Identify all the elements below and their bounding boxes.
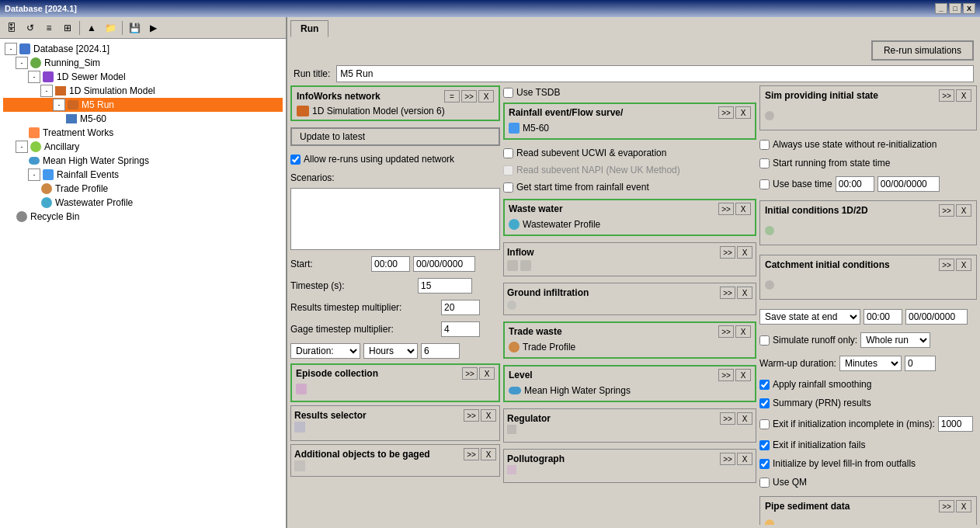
allow-reruns-checkbox[interactable] — [290, 155, 301, 165]
init-level-checkbox[interactable] — [759, 459, 770, 469]
wastewater-close-btn[interactable]: X — [735, 203, 751, 215]
tree-item-database[interactable]: - Database [2024.1] — [3, 42, 283, 56]
duration-unit-select[interactable]: Hours — [363, 343, 418, 359]
tree-item-recycle[interactable]: Recycle Bin — [3, 210, 283, 224]
regulator-nav-btn[interactable]: >> — [720, 412, 735, 425]
tree-item-wastewater[interactable]: Wastewater Profile — [3, 196, 283, 210]
scenarios-box[interactable] — [290, 188, 500, 250]
tsdb-checkbox[interactable] — [503, 88, 513, 98]
regulator-close-btn[interactable]: X — [737, 412, 752, 425]
close-btn[interactable]: X — [963, 3, 975, 14]
update-btn[interactable]: Update to latest — [290, 127, 500, 146]
trade-nav-btn[interactable]: >> — [718, 325, 734, 338]
whole-run-select[interactable]: Whole run — [860, 332, 930, 348]
level-close-btn[interactable]: X — [735, 369, 751, 381]
initial-cond-nav-btn[interactable]: >> — [939, 204, 954, 217]
save-state-select[interactable]: Save state at end — [759, 309, 860, 325]
exit-incomplete-checkbox[interactable] — [759, 419, 770, 429]
exit-incomplete-input[interactable] — [938, 416, 973, 432]
expand-database[interactable]: - — [5, 43, 17, 55]
tree-item-ancillary[interactable]: - Ancillary — [3, 140, 283, 154]
duration-value-input[interactable] — [421, 343, 460, 359]
tree-item-sewer-model[interactable]: - 1D Sewer Model — [3, 70, 283, 84]
always-state-checkbox[interactable] — [759, 140, 770, 150]
tree-item-trade-profile[interactable]: Trade Profile — [3, 182, 283, 196]
catchment-close-btn[interactable]: X — [956, 259, 971, 271]
start-from-state-checkbox[interactable] — [759, 158, 770, 168]
warmup-unit-select[interactable]: Minutes — [839, 356, 902, 371]
ground-close-btn[interactable]: X — [737, 287, 752, 299]
run-title-input[interactable] — [336, 65, 974, 82]
tree-item-sim-model[interactable]: - 1D Simulation Model — [3, 84, 283, 98]
warmup-value-input[interactable] — [905, 356, 936, 371]
inflow-close-btn[interactable]: X — [737, 246, 752, 259]
expand-rainfall[interactable]: - — [28, 168, 40, 181]
pollutograph-close-btn[interactable]: X — [737, 453, 752, 465]
expand-sim-model[interactable]: - — [40, 85, 53, 97]
additional-close-btn[interactable]: X — [481, 448, 496, 460]
save-state-time[interactable] — [864, 309, 902, 325]
read-napi-checkbox[interactable] — [503, 165, 513, 175]
start-time-input[interactable] — [371, 256, 410, 272]
read-subevent-checkbox[interactable] — [503, 148, 513, 158]
toolbar-btn6[interactable]: ▶ — [144, 19, 162, 36]
pipe-sediment-nav-btn[interactable]: >> — [939, 500, 954, 512]
tree-item-m5-run[interactable]: - M5 Run — [3, 98, 283, 112]
base-date-input[interactable] — [877, 176, 940, 192]
network-expand-btn[interactable]: = — [444, 90, 460, 102]
start-date-input[interactable] — [413, 256, 475, 272]
smoothing-checkbox[interactable] — [759, 380, 770, 390]
base-time-checkbox[interactable] — [759, 179, 770, 189]
save-state-date[interactable] — [905, 309, 968, 325]
catchment-nav-btn[interactable]: >> — [939, 259, 954, 271]
sim-state-nav-btn[interactable]: >> — [939, 89, 954, 102]
wastewater-nav-btn[interactable]: >> — [718, 203, 734, 215]
expand-running-sim[interactable]: - — [16, 57, 28, 69]
results-mult-input[interactable] — [441, 300, 480, 315]
summary-prn-checkbox[interactable] — [759, 398, 770, 408]
pollutograph-nav-btn[interactable]: >> — [720, 453, 735, 465]
level-nav-btn[interactable]: >> — [718, 369, 734, 381]
minimize-btn[interactable]: _ — [935, 3, 947, 14]
use-qm-checkbox[interactable] — [759, 478, 770, 488]
rainfall-close-btn[interactable]: X — [735, 106, 751, 119]
gage-mult-input[interactable] — [441, 321, 480, 337]
network-close-btn[interactable]: X — [478, 90, 494, 102]
pipe-sediment-close-btn[interactable]: X — [956, 500, 971, 512]
expand-sewer-model[interactable]: - — [28, 71, 40, 83]
simulate-runoff-checkbox[interactable] — [759, 335, 770, 346]
episode-close-btn[interactable]: X — [479, 367, 495, 380]
additional-nav-btn[interactable]: >> — [464, 448, 479, 460]
rainfall-nav-btn[interactable]: >> — [718, 106, 734, 119]
tree-item-running-sim[interactable]: - Running_Sim — [3, 56, 283, 70]
expand-ancillary[interactable]: - — [16, 141, 28, 153]
network-nav-btn[interactable]: >> — [461, 90, 477, 102]
results-close-btn[interactable]: X — [481, 409, 496, 422]
toolbar-btn5[interactable]: 💾 — [126, 19, 143, 36]
tree-item-rainfall[interactable]: - Rainfall Events — [3, 168, 283, 182]
timestep-input[interactable] — [418, 278, 472, 294]
toolbar-btn1[interactable]: ≡ — [40, 19, 57, 36]
maximize-btn[interactable]: □ — [949, 3, 961, 14]
base-time-input[interactable] — [836, 176, 874, 192]
tree-item-treatment[interactable]: Treatment Works — [3, 126, 283, 140]
rerun-btn[interactable]: Re-run simulations — [871, 40, 974, 61]
tree-item-mhws[interactable]: Mean High Water Springs — [3, 154, 283, 168]
toolbar-btn4[interactable]: 📁 — [102, 19, 119, 36]
ground-nav-btn[interactable]: >> — [720, 287, 735, 299]
expand-m5-run[interactable]: - — [53, 99, 65, 111]
get-start-time-checkbox[interactable] — [503, 182, 513, 193]
toolbar-refresh-btn[interactable]: ↺ — [22, 19, 39, 36]
toolbar-btn3[interactable]: ▲ — [83, 19, 100, 36]
initial-cond-close-btn[interactable]: X — [956, 204, 971, 217]
sim-state-close-btn[interactable]: X — [956, 89, 971, 102]
episode-nav-btn[interactable]: >> — [462, 367, 478, 380]
results-nav-btn[interactable]: >> — [464, 409, 479, 422]
inflow-nav-btn[interactable]: >> — [720, 246, 735, 259]
duration-type-select[interactable]: Duration: — [290, 343, 360, 359]
tree-item-m5-60[interactable]: M5-60 — [3, 112, 283, 126]
trade-close-btn[interactable]: X — [735, 325, 751, 338]
tab-run[interactable]: Run — [290, 20, 328, 37]
toolbar-btn2[interactable]: ⊞ — [59, 19, 76, 36]
toolbar-back-btn[interactable]: 🗄 — [3, 19, 20, 36]
